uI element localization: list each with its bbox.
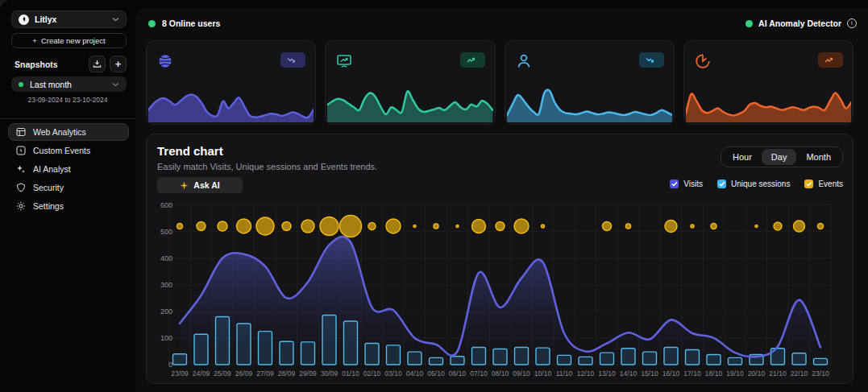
- checkbox-checked-icon[interactable]: [717, 179, 726, 188]
- events-bubble: [256, 217, 274, 235]
- ask-ai-button[interactable]: Ask AI: [157, 177, 243, 193]
- x-axis-tick: 22/10: [791, 369, 808, 378]
- sparkle-icon: [180, 181, 189, 190]
- snapshot-add-button[interactable]: +: [110, 56, 127, 72]
- events-bubble: [301, 220, 314, 233]
- online-users: 8 Online users: [148, 19, 220, 28]
- snapshot-selector[interactable]: Last month: [11, 76, 127, 92]
- unique-sessions-bar: [558, 355, 571, 365]
- stat-card-total-page-visits: [146, 40, 316, 125]
- tab-month[interactable]: Month: [796, 149, 841, 165]
- x-axis-tick: 19/10: [726, 369, 744, 378]
- unique-sessions-bar: [472, 347, 486, 365]
- x-axis-tick: 18/10: [705, 369, 723, 378]
- sidebar-item-ai-analyst[interactable]: AI Analyst: [8, 160, 129, 178]
- snapshot-export-button[interactable]: [89, 56, 106, 72]
- x-axis-tick: 15/10: [641, 369, 658, 378]
- trend-badge: [818, 52, 843, 68]
- checkbox-checked-icon[interactable]: [670, 179, 679, 188]
- sidebar-item-settings[interactable]: Settings: [8, 197, 129, 215]
- legend-toggle-unique-sessions[interactable]: Unique sessions: [717, 179, 790, 188]
- bolt-square-icon: [16, 146, 26, 155]
- sidebar-item-label: Security: [33, 183, 64, 192]
- trend-badge: [460, 52, 485, 68]
- sparkline-chart: [686, 82, 851, 122]
- trend-up-icon: [467, 56, 475, 64]
- plus-icon: +: [115, 58, 122, 70]
- chart-legend: VisitsUnique sessionsEvents: [670, 179, 843, 188]
- unique-sessions-bar: [600, 353, 614, 365]
- events-bubble: [818, 223, 824, 229]
- x-axis-tick: 07/10: [470, 369, 488, 378]
- x-axis-tick: 25/09: [214, 369, 231, 378]
- trend-badge: [639, 52, 664, 68]
- unique-sessions-bar: [344, 321, 358, 365]
- create-project-button[interactable]: + Create new project: [11, 33, 127, 48]
- unique-sessions-bar: [686, 349, 700, 365]
- create-project-label: Create new project: [41, 36, 106, 45]
- sidebar-divider: [0, 118, 135, 119]
- events-bubble: [774, 222, 782, 230]
- x-axis-tick: 14/10: [620, 369, 638, 378]
- info-icon[interactable]: i: [847, 19, 857, 28]
- x-axis-tick: 23/09: [171, 369, 189, 378]
- events-bubble: [603, 221, 612, 230]
- sidebar-item-custom-events[interactable]: Custom Events: [8, 142, 129, 159]
- sidebar-item-label: AI Analyst: [33, 164, 71, 174]
- sidebar-item-security[interactable]: Security: [8, 179, 129, 196]
- main-panel: 8 Online users AI Anomaly Detector i Tre…: [135, 8, 868, 392]
- events-bubble: [282, 221, 291, 230]
- unique-sessions-bar: [322, 315, 336, 365]
- y-axis-tick: 0: [168, 361, 172, 369]
- ask-ai-label: Ask AI: [193, 180, 219, 190]
- sidebar-item-web-analytics[interactable]: Web Analytics: [8, 123, 129, 141]
- sparkles-icon: [16, 164, 26, 174]
- tab-day[interactable]: Day: [762, 149, 797, 165]
- unique-sessions-bar: [579, 357, 592, 365]
- unique-sessions-bar: [194, 334, 208, 365]
- unique-sessions-bar: [365, 344, 379, 365]
- snapshot-date-range: 23-09-2024 to 23-10-2024: [0, 96, 135, 104]
- unique-sessions-bar: [643, 352, 657, 365]
- unique-sessions-bar: [729, 357, 742, 365]
- legend-toggle-visits[interactable]: Visits: [670, 179, 703, 188]
- events-bubble: [514, 219, 529, 233]
- trend-down-icon: [287, 56, 295, 64]
- sidebar-item-label: Settings: [33, 201, 64, 211]
- checkbox-checked-icon[interactable]: [804, 179, 813, 188]
- unique-sessions-bar: [430, 357, 443, 365]
- anomaly-label: AI Anomaly Detector: [758, 19, 841, 28]
- x-axis-tick: 05/10: [427, 369, 445, 378]
- x-axis-tick: 20/10: [748, 369, 766, 378]
- gear-icon: [16, 201, 26, 211]
- sidebar-item-label: Web Analytics: [33, 127, 86, 137]
- unique-sessions-bar: [173, 354, 187, 365]
- y-axis-tick: 300: [160, 281, 172, 289]
- trend-chart-title: Trend chart: [157, 144, 223, 158]
- events-bubble: [456, 225, 459, 227]
- x-axis-tick: 16/10: [662, 369, 680, 378]
- sidebar-item-label: Custom Events: [33, 146, 90, 155]
- unique-sessions-bar: [792, 353, 806, 365]
- x-axis-tick: 28/09: [278, 369, 296, 378]
- snapshot-selected-value: Last month: [30, 80, 112, 89]
- online-status-dot: [148, 20, 156, 27]
- events-bubble: [177, 223, 183, 229]
- ai-anomaly-detector: AI Anomaly Detector i: [745, 19, 857, 28]
- sidebar: Litlyx + Create new project Snapshots + …: [0, 0, 135, 392]
- x-axis-tick: 06/10: [449, 369, 467, 378]
- unique-sessions-bar: [451, 357, 464, 365]
- legend-toggle-events[interactable]: Events: [804, 179, 843, 188]
- chevron-down-icon: [112, 82, 119, 87]
- tab-hour[interactable]: Hour: [723, 149, 762, 165]
- x-axis-tick: 30/09: [321, 369, 338, 378]
- events-bubble: [197, 221, 206, 230]
- presentation-icon: [336, 53, 352, 69]
- legend-label: Events: [818, 179, 843, 188]
- app-window: Litlyx + Create new project Snapshots + …: [0, 0, 868, 392]
- project-selector[interactable]: Litlyx: [11, 10, 127, 28]
- events-bubble: [472, 219, 486, 233]
- events-bubble: [368, 222, 376, 229]
- trend-up-icon: [824, 56, 833, 64]
- project-name: Litlyx: [35, 14, 112, 24]
